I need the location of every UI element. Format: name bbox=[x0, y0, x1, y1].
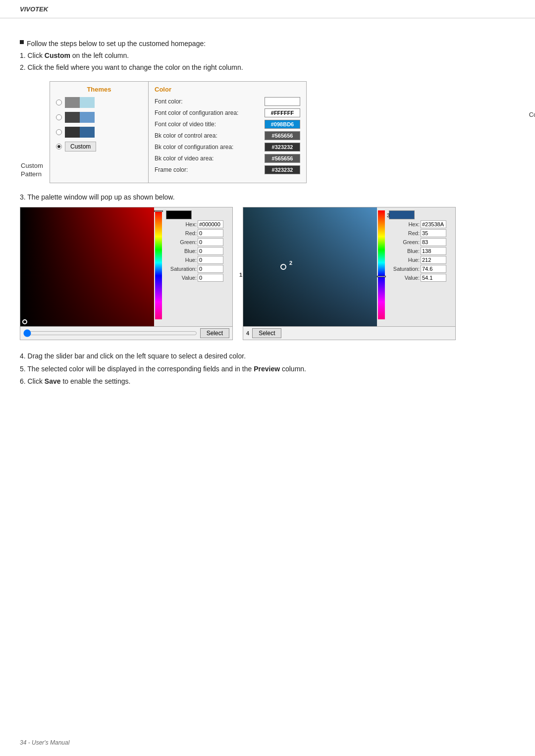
field-sat-2: Saturation: bbox=[389, 265, 452, 273]
picker-circle-2-wrapper: 2 bbox=[280, 264, 286, 270]
color-swatch-font-config[interactable]: #FFFFFF bbox=[265, 108, 300, 117]
color-selector-label: Color Selector bbox=[529, 111, 535, 118]
field-hex-1: Hex: bbox=[166, 220, 229, 228]
hex-input-1[interactable] bbox=[198, 220, 223, 228]
red-input-2[interactable] bbox=[421, 229, 446, 237]
field-green-2: Green: bbox=[389, 238, 452, 246]
swatch-left-2 bbox=[65, 112, 80, 123]
bullet-intro: Follow the steps below to set up the cus… bbox=[20, 38, 515, 50]
custom-row: Custom bbox=[56, 142, 142, 151]
panel-container: CustomPattern Themes bbox=[50, 81, 515, 183]
color-swatch-font-video[interactable]: #098BD6 bbox=[265, 120, 300, 129]
hue-bar-1[interactable] bbox=[155, 210, 162, 319]
color-row-frame: Frame color: #323232 bbox=[155, 165, 300, 174]
field-val-1: Value: bbox=[166, 274, 229, 282]
gradient-square-2[interactable]: 2 bbox=[243, 207, 377, 326]
color-preview-2 bbox=[389, 210, 415, 219]
field-sat-1: Saturation: bbox=[166, 265, 229, 273]
color-label-font: Font color: bbox=[155, 98, 265, 105]
picker-bottom-2: 4 Select bbox=[243, 326, 455, 340]
theme-row-3 bbox=[56, 127, 142, 138]
hex-label-1: Hex: bbox=[166, 221, 197, 227]
main-content: Follow the steps below to set up the cus… bbox=[0, 28, 535, 398]
theme-radio-3[interactable] bbox=[56, 129, 62, 135]
grad-overlay-1 bbox=[20, 207, 154, 326]
step4-text: 4. Drag the slider bar and click on the … bbox=[20, 350, 515, 362]
step3-heading: 3. The palette window will pop up as sho… bbox=[20, 193, 515, 201]
blue-label-1: Blue: bbox=[166, 248, 197, 254]
picker-inner-1: Hex: Red: Green: Blue: bbox=[20, 207, 232, 326]
step5-text: 5. The selected color will be displayed … bbox=[20, 363, 515, 375]
hue-input-1[interactable] bbox=[198, 256, 223, 264]
color-row-font-video: Font color of video title: #098BD6 bbox=[155, 120, 300, 129]
step6-text: 6. Click Save to enable the settings. bbox=[20, 375, 515, 388]
bullet-square bbox=[20, 40, 24, 44]
hue-label-1: Hue: bbox=[166, 257, 197, 263]
custom-radio[interactable] bbox=[56, 144, 62, 150]
indicator-3: 3 bbox=[387, 212, 390, 218]
fields-col-1: Hex: Red: Green: Blue: bbox=[163, 207, 232, 326]
red-input-1[interactable] bbox=[198, 229, 223, 237]
field-green-1: Green: bbox=[166, 238, 229, 246]
green-label-1: Green: bbox=[166, 239, 197, 245]
gradient-square-1[interactable] bbox=[20, 207, 154, 326]
select-button-2[interactable]: Select bbox=[252, 328, 281, 338]
grad-overlay-2 bbox=[243, 207, 377, 326]
hue-bar-2[interactable] bbox=[378, 210, 385, 319]
hue-indicator-1 bbox=[154, 210, 163, 212]
picker-slider-1[interactable] bbox=[23, 330, 197, 336]
field-val-2: Value: bbox=[389, 274, 452, 282]
theme-radio-2[interactable] bbox=[56, 114, 62, 120]
sat-input-1[interactable] bbox=[198, 265, 223, 273]
picker-circle-2 bbox=[280, 264, 286, 270]
field-blue-1: Blue: bbox=[166, 247, 229, 255]
val-input-2[interactable] bbox=[421, 274, 446, 282]
red-label-2: Red: bbox=[389, 230, 420, 236]
sat-input-2[interactable] bbox=[421, 265, 446, 273]
step2-text: 2. Click the field where you want to cha… bbox=[20, 62, 515, 74]
theme-swatch-2 bbox=[65, 112, 95, 123]
color-label-frame: Frame color: bbox=[155, 166, 265, 173]
step1-text: 1. Click Custom on the left column. bbox=[20, 50, 515, 62]
custom-button[interactable]: Custom bbox=[65, 142, 96, 151]
hue-input-2[interactable] bbox=[421, 256, 446, 264]
color-row-bk-config: Bk color of configuration area: #323232 bbox=[155, 143, 300, 151]
theme-swatch-3 bbox=[65, 127, 95, 138]
footer-text: 34 - User's Manual bbox=[20, 739, 69, 746]
blue-input-2[interactable] bbox=[421, 247, 446, 255]
swatch-left-3 bbox=[65, 127, 80, 138]
blue-label-2: Blue: bbox=[389, 248, 420, 254]
fields-col-2: Hex: Red: Green: Blue: bbox=[386, 207, 455, 326]
themes-panel: Themes bbox=[50, 81, 149, 183]
green-input-2[interactable] bbox=[421, 238, 446, 246]
hex-input-2[interactable] bbox=[421, 220, 446, 228]
color-swatch-font[interactable] bbox=[265, 97, 300, 106]
color-swatch-bk-config[interactable]: #323232 bbox=[265, 143, 300, 151]
hue-bar-col-1 bbox=[154, 207, 163, 326]
color-label-font-video: Font color of video title: bbox=[155, 121, 265, 128]
select-button-1[interactable]: Select bbox=[200, 328, 229, 338]
color-swatch-bk-control[interactable]: #565656 bbox=[265, 131, 300, 140]
theme-radio-1[interactable] bbox=[56, 100, 62, 105]
color-row-bk-video: Bk color of video area: #565656 bbox=[155, 154, 300, 163]
picker-panel-1: Hex: Red: Green: Blue: bbox=[20, 207, 233, 340]
intro-text: Follow the steps below to set up the cus… bbox=[27, 38, 206, 50]
color-swatch-frame[interactable]: #323232 bbox=[265, 165, 300, 174]
field-hue-1: Hue: bbox=[166, 256, 229, 264]
footer: 34 - User's Manual bbox=[20, 739, 69, 746]
blue-input-1[interactable] bbox=[198, 247, 223, 255]
color-row-font-config: Font color of configuration area: #FFFFF… bbox=[155, 108, 300, 117]
color-swatch-bk-video[interactable]: #565656 bbox=[265, 154, 300, 163]
picker-panel-2: 1 2 3 bbox=[243, 207, 456, 340]
preview-bold: Preview bbox=[254, 365, 280, 373]
field-red-1: Red: bbox=[166, 229, 229, 237]
color-row-bk-control: Bk color of control area: #565656 bbox=[155, 131, 300, 140]
green-label-2: Green: bbox=[389, 239, 420, 245]
val-input-1[interactable] bbox=[198, 274, 223, 282]
swatch-left-1 bbox=[65, 97, 80, 108]
field-blue-2: Blue: bbox=[389, 247, 452, 255]
color-panel: Color Font color: Font color of configur… bbox=[148, 81, 307, 183]
green-input-1[interactable] bbox=[198, 238, 223, 246]
color-label-bk-video: Bk color of video area: bbox=[155, 155, 265, 162]
indicator-1: 1 bbox=[239, 272, 242, 278]
